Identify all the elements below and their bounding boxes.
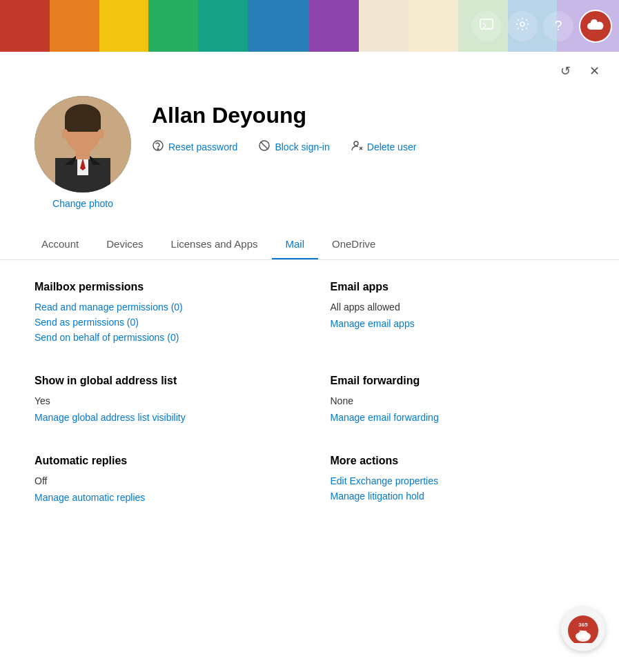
- svg-point-28: [578, 631, 588, 638]
- top-bar: ?: [0, 0, 619, 52]
- svg-line-18: [261, 142, 268, 150]
- panel-toolbar: ↺ ✕: [0, 52, 619, 82]
- help-icon: ?: [554, 18, 562, 34]
- email-apps-title: Email apps: [331, 281, 585, 293]
- reset-password-label: Reset password: [168, 141, 237, 152]
- delete-user-icon: [351, 139, 363, 154]
- section-mailbox-permissions: Mailbox permissions Read and manage perm…: [35, 281, 289, 347]
- section-email-apps: Email apps All apps allowed Manage email…: [331, 281, 585, 347]
- svg-text:365: 365: [578, 622, 588, 628]
- svg-point-2: [520, 22, 524, 26]
- badge-365[interactable]: 365 tips: [561, 607, 605, 651]
- delete-user-label: Delete user: [367, 141, 417, 152]
- section-email-forwarding: Email forwarding None Manage email forwa…: [331, 375, 585, 427]
- user-info: Allan Deyoung Reset password: [152, 96, 416, 154]
- terminal-button[interactable]: [471, 11, 502, 41]
- user-avatar: [35, 96, 131, 192]
- main-panel: ↺ ✕: [0, 52, 619, 672]
- user-name: Allan Deyoung: [152, 103, 416, 128]
- svg-point-19: [354, 141, 358, 146]
- section-automatic-replies: Automatic replies Off Manage automatic r…: [35, 455, 289, 507]
- manage-email-forwarding-link[interactable]: Manage email forwarding: [331, 412, 585, 423]
- cloud-icon: [586, 17, 605, 35]
- tab-onedrive[interactable]: OneDrive: [318, 230, 389, 259]
- delete-user-button[interactable]: Delete user: [351, 139, 417, 154]
- email-apps-value: All apps allowed: [331, 302, 585, 313]
- tabs: Account Devices Licenses and Apps Mail O…: [0, 230, 619, 260]
- global-address-value: Yes: [35, 395, 289, 406]
- svg-rect-0: [480, 19, 493, 29]
- svg-point-13: [61, 129, 68, 139]
- automatic-replies-title: Automatic replies: [35, 455, 289, 467]
- refresh-button[interactable]: ↺: [554, 60, 576, 82]
- tab-licenses-and-apps[interactable]: Licenses and Apps: [157, 230, 272, 259]
- reset-password-icon: [152, 139, 164, 154]
- manage-global-address-link[interactable]: Manage global address list visibility: [35, 412, 289, 423]
- tab-mail[interactable]: Mail: [272, 230, 319, 259]
- user-avatar-button[interactable]: [579, 10, 612, 43]
- read-manage-permissions-link[interactable]: Read and manage permissions (0): [35, 302, 289, 313]
- tab-account[interactable]: Account: [28, 230, 92, 259]
- svg-point-14: [97, 129, 104, 139]
- mailbox-permissions-title: Mailbox permissions: [35, 281, 289, 293]
- email-forwarding-title: Email forwarding: [331, 375, 585, 387]
- manage-litigation-hold-link[interactable]: Manage litigation hold: [331, 491, 585, 502]
- settings-button[interactable]: [507, 11, 538, 41]
- manage-automatic-replies-link[interactable]: Manage automatic replies: [35, 492, 289, 503]
- email-forwarding-value: None: [331, 395, 585, 406]
- avatar-container: Change photo: [35, 96, 131, 209]
- tab-devices[interactable]: Devices: [92, 230, 157, 259]
- user-section: Change photo Allan Deyoung Reset passwor…: [0, 82, 619, 223]
- settings-icon: [515, 17, 530, 35]
- close-icon: ✕: [589, 63, 600, 79]
- block-signin-label: Block sign-in: [275, 141, 329, 152]
- svg-rect-12: [76, 150, 90, 159]
- refresh-icon: ↺: [560, 63, 571, 79]
- svg-point-16: [157, 148, 159, 150]
- section-more-actions: More actions Edit Exchange properties Ma…: [331, 455, 585, 507]
- reset-password-button[interactable]: Reset password: [152, 139, 237, 154]
- global-address-title: Show in global address list: [35, 375, 289, 387]
- svg-rect-6: [65, 117, 101, 132]
- send-on-behalf-permissions-link[interactable]: Send on behalf of permissions (0): [35, 332, 289, 343]
- automatic-replies-value: Off: [35, 475, 289, 486]
- block-signin-icon: [258, 139, 271, 154]
- content-area: Mailbox permissions Read and manage perm…: [0, 260, 619, 528]
- help-button[interactable]: ?: [543, 11, 573, 41]
- close-button[interactable]: ✕: [583, 60, 605, 82]
- more-actions-title: More actions: [331, 455, 585, 467]
- change-photo-link[interactable]: Change photo: [52, 198, 113, 209]
- user-actions: Reset password Block sign-in: [152, 139, 416, 154]
- manage-email-apps-link[interactable]: Manage email apps: [331, 318, 585, 329]
- send-as-permissions-link[interactable]: Send as permissions (0): [35, 317, 289, 328]
- top-bar-icons: ?: [471, 10, 612, 43]
- edit-exchange-properties-link[interactable]: Edit Exchange properties: [331, 475, 585, 486]
- section-global-address: Show in global address list Yes Manage g…: [35, 375, 289, 427]
- block-signin-button[interactable]: Block sign-in: [258, 139, 329, 154]
- terminal-icon: [479, 17, 494, 35]
